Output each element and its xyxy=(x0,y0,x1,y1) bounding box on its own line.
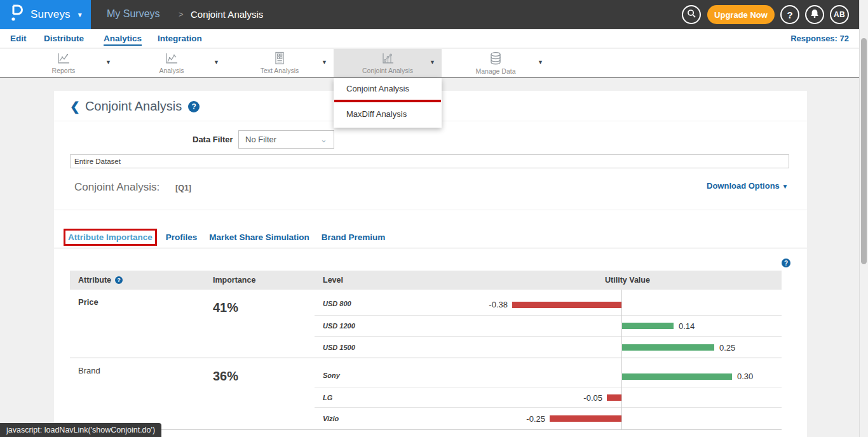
toolbar-item-label: Analysis xyxy=(159,67,184,74)
nav-item-analytics[interactable]: Analytics xyxy=(104,34,142,46)
conjoint-analysis-icon xyxy=(381,52,395,65)
levels-block: USD 800-0.38USD 12000.14USD 15000.25 xyxy=(315,290,782,358)
responses-count[interactable]: Responses: 72 xyxy=(790,34,849,43)
attribute-group-row: Brand36%Sony0.30LG-0.05Vizio-0.25 xyxy=(70,358,782,430)
utility-bar-cell: -0.25 xyxy=(473,408,782,429)
menu-item-conjoint-analysis[interactable]: Conjoint Analysis xyxy=(334,78,442,100)
data-filter-value: No Filter xyxy=(245,135,276,144)
toolbar-item-analysis[interactable]: Analysis xyxy=(127,49,216,77)
toolbar-item-label: Text Analysis xyxy=(261,67,299,74)
col-header-level: Level xyxy=(315,271,473,290)
notifications-button[interactable] xyxy=(805,5,824,24)
nav-item-distribute[interactable]: Distribute xyxy=(44,34,84,43)
level-row: USD 15000.25 xyxy=(315,337,782,358)
divider xyxy=(54,210,807,210)
scrollbar-thumb[interactable] xyxy=(861,38,867,264)
chevron-down-icon: ⌄ xyxy=(320,135,327,144)
toolbar-item-conjoint-analysis[interactable]: Conjoint Analysis xyxy=(334,49,442,77)
search-button[interactable] xyxy=(682,5,701,24)
level-label: LG xyxy=(315,387,473,407)
nav-item-integration[interactable]: Integration xyxy=(158,34,202,43)
table-header-row: Attribute? Importance Level Utility Valu… xyxy=(70,271,782,290)
utility-value-label: 0.30 xyxy=(737,372,753,381)
negative-utility-bar xyxy=(607,394,621,401)
attribute-group-row: Price41%USD 800-0.38USD 12000.14USD 1500… xyxy=(70,290,782,358)
utility-value-label: 0.25 xyxy=(719,342,735,352)
attribute-help-icon[interactable]: ? xyxy=(115,276,123,284)
toolbar-item-reports[interactable]: Reports xyxy=(19,49,108,77)
level-row: USD 12000.14 xyxy=(315,316,782,337)
database-icon xyxy=(489,51,503,65)
tab-attribute-importance[interactable]: Attribute Importance xyxy=(64,229,157,246)
utility-value-label: -0.25 xyxy=(526,414,545,424)
page-title: Conjoint Analysis xyxy=(85,99,182,114)
breadcrumb-parent[interactable]: My Surveys xyxy=(107,8,160,20)
toolbar-item-label: Conjoint Analysis xyxy=(362,67,413,74)
level-row: USD 800-0.38 xyxy=(315,290,782,316)
text-analysis-dropdown-caret-icon[interactable]: ▼ xyxy=(322,59,327,65)
analysis-chart-icon xyxy=(165,52,179,65)
conjoint-analysis-menu: Conjoint Analysis MaxDiff Analysis xyxy=(334,78,442,128)
questionpro-logo-icon xyxy=(8,4,25,25)
level-label: USD 800 xyxy=(315,290,473,315)
avatar-initials: AB xyxy=(834,10,845,19)
toolbar-item-manage-data[interactable]: Manage Data xyxy=(451,49,540,77)
level-row: Vizio-0.25 xyxy=(315,408,782,429)
reports-dropdown-caret-icon[interactable]: ▼ xyxy=(105,59,111,65)
table-help-icon[interactable]: ? xyxy=(782,259,790,267)
back-icon[interactable]: ❮ xyxy=(70,99,80,114)
utility-bar-cell: 0.25 xyxy=(473,337,782,358)
utility-value-label: -0.05 xyxy=(583,393,602,402)
data-filter-select[interactable]: No Filter ⌄ xyxy=(238,130,334,149)
importance-value: 36% xyxy=(213,358,315,429)
tab-market-share-simulation[interactable]: Market Share Simulation xyxy=(209,232,309,242)
nav-item-edit[interactable]: Edit xyxy=(10,34,27,43)
upgrade-now-button[interactable]: Upgrade Now xyxy=(707,5,775,24)
toolbar-item-label: Manage Data xyxy=(475,67,515,75)
status-link-preview: javascript: loadNavLink('showConjoint.do… xyxy=(0,423,161,437)
conjoint-dropdown-caret-icon[interactable]: ▼ xyxy=(430,59,435,65)
tab-brand-premium[interactable]: Brand Premium xyxy=(322,232,386,242)
attribute-importance-table: Attribute? Importance Level Utility Valu… xyxy=(70,271,782,430)
help-button[interactable]: ? xyxy=(780,5,799,24)
result-tabs: Attribute Importance Profiles Market Sha… xyxy=(64,229,397,246)
annotation-red-underline xyxy=(334,100,441,102)
download-options-button[interactable]: Download Options ▼ xyxy=(707,181,788,191)
negative-utility-bar xyxy=(550,415,621,422)
bell-icon xyxy=(810,9,819,21)
toolbar-item-label: Reports xyxy=(52,67,76,74)
page-help-icon[interactable]: ? xyxy=(188,101,200,112)
data-filter-label: Data Filter xyxy=(193,135,233,144)
levels-block: Sony0.30LG-0.05Vizio-0.25 xyxy=(315,358,782,429)
level-label: Sony xyxy=(315,358,473,387)
level-row: LG-0.05 xyxy=(315,387,782,408)
analysis-dropdown-caret-icon[interactable]: ▼ xyxy=(214,59,219,65)
attribute-name: Brand xyxy=(70,358,213,429)
menu-item-maxdiff-analysis[interactable]: MaxDiff Analysis xyxy=(334,104,442,125)
report-chart-icon xyxy=(57,52,71,65)
breadcrumb-separator: > xyxy=(179,10,184,19)
avatar[interactable]: AB xyxy=(830,5,849,24)
level-label: Vizio xyxy=(315,408,473,429)
section-title: Conjoint Analysis: xyxy=(74,181,159,194)
col-header-attribute: Attribute xyxy=(78,276,111,285)
vertical-scrollbar[interactable] xyxy=(859,0,868,437)
question-reference: [Q1] xyxy=(175,184,191,192)
chevron-down-icon: ▼ xyxy=(782,183,788,190)
tabs-underline xyxy=(54,248,807,248)
survey-nav: Edit Distribute Analytics Integration Re… xyxy=(0,29,868,48)
tab-profiles[interactable]: Profiles xyxy=(166,232,198,242)
negative-utility-bar xyxy=(512,302,621,308)
product-switcher[interactable]: Surveys ▼ xyxy=(0,0,91,29)
manage-data-dropdown-caret-icon[interactable]: ▼ xyxy=(538,59,543,65)
col-header-importance: Importance xyxy=(213,271,315,290)
top-bar: Surveys ▼ My Surveys > Conjoint Analysis… xyxy=(0,0,868,29)
level-label: USD 1500 xyxy=(315,337,473,358)
chevron-down-icon: ▼ xyxy=(77,11,83,18)
attribute-name: Price xyxy=(70,290,213,358)
level-label: USD 1200 xyxy=(315,316,473,336)
dataset-field[interactable] xyxy=(70,154,789,168)
level-row: Sony0.30 xyxy=(315,358,782,387)
importance-value: 41% xyxy=(213,290,315,358)
toolbar-item-text-analysis[interactable]: Text Analysis xyxy=(235,49,324,77)
